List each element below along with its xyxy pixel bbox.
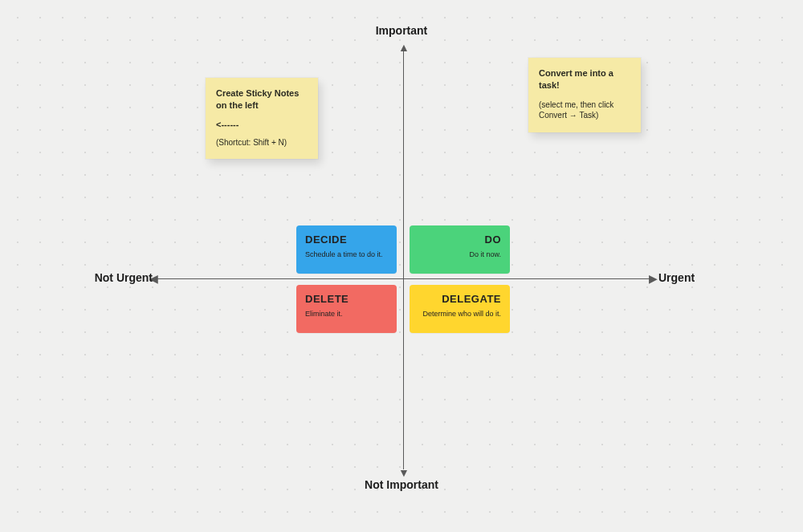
axis-vertical (403, 48, 404, 469)
quadrant-title: DELETE (305, 293, 388, 305)
quadrant-delete[interactable]: DELETE Eliminate it. (296, 285, 397, 333)
quadrant-subtitle: Schedule a time to do it. (305, 250, 388, 259)
quadrant-title: DO (418, 234, 501, 246)
quadrant-title: DELEGATE (418, 293, 501, 305)
quadrant-subtitle: Eliminate it. (305, 310, 388, 319)
quadrant-title: DECIDE (305, 234, 388, 246)
sticky-title: Create Sticky Notes on the left (216, 87, 308, 112)
quadrant-subtitle: Do it now. (418, 250, 501, 259)
axis-label-left: Not Urgent (64, 271, 153, 286)
eisenhower-matrix-canvas[interactable]: ▶ ◀ ▲ ▼ Important Not Important Not Urge… (0, 0, 803, 532)
axis-horizontal (155, 278, 653, 279)
arrow-up-icon: ▲ (398, 42, 410, 53)
sticky-arrow: <------ (216, 120, 308, 129)
arrow-down-icon: ▼ (398, 467, 410, 478)
quadrant-decide[interactable]: DECIDE Schedule a time to do it. (296, 225, 397, 274)
axis-label-bottom: Not Important (345, 478, 458, 493)
sticky-subtitle: (select me, then click Convert → Task) (539, 99, 630, 121)
arrow-right-icon: ▶ (649, 273, 658, 284)
sticky-subtitle: (Shortcut: Shift + N) (216, 137, 308, 148)
quadrant-do[interactable]: DO Do it now. (410, 225, 510, 274)
quadrant-subtitle: Determine who will do it. (418, 310, 501, 319)
sticky-note-convert[interactable]: Convert me into a task! (select me, then… (528, 58, 641, 132)
axis-label-right: Urgent (658, 271, 739, 286)
quadrant-delegate[interactable]: DELEGATE Determine who will do it. (410, 285, 510, 333)
sticky-title: Convert me into a task! (539, 67, 630, 91)
sticky-note-create[interactable]: Create Sticky Notes on the left <------ … (206, 78, 318, 159)
axis-label-top: Important (345, 24, 458, 39)
